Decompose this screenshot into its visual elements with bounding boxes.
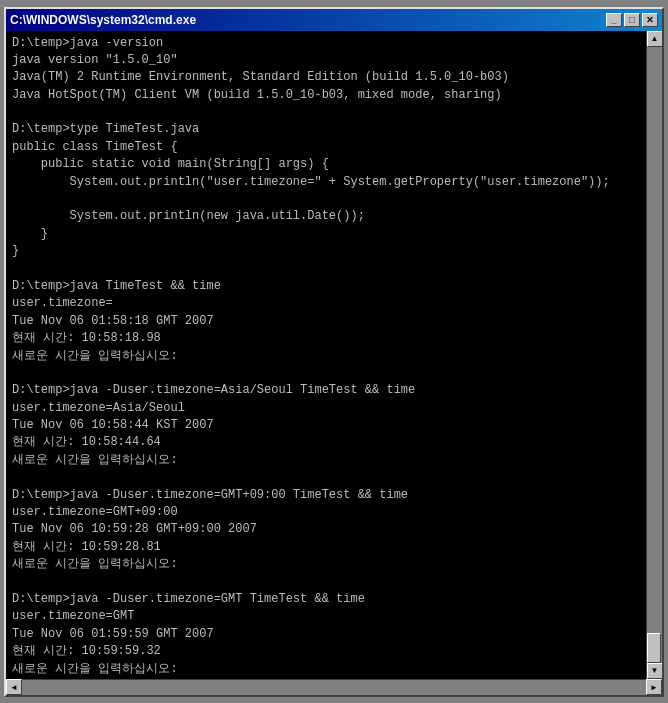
scroll-thumb-vertical[interactable]	[647, 633, 661, 663]
cmd-window: C:\WINDOWS\system32\cmd.exe _ □ ✕ D:\tem…	[4, 7, 664, 697]
scroll-right-button[interactable]: ►	[646, 679, 662, 695]
scroll-up-button[interactable]: ▲	[647, 31, 663, 47]
close-button[interactable]: ✕	[642, 13, 658, 27]
title-bar: C:\WINDOWS\system32\cmd.exe _ □ ✕	[6, 9, 662, 31]
window-title: C:\WINDOWS\system32\cmd.exe	[10, 13, 196, 27]
maximize-button[interactable]: □	[624, 13, 640, 27]
window-controls: _ □ ✕	[606, 13, 658, 27]
vertical-scrollbar[interactable]: ▲ ▼	[646, 31, 662, 679]
scroll-left-button[interactable]: ◄	[6, 679, 22, 695]
horizontal-scrollbar[interactable]: ◄ ►	[6, 679, 662, 695]
minimize-button[interactable]: _	[606, 13, 622, 27]
scroll-track-vertical[interactable]	[647, 47, 662, 663]
scroll-track-horizontal[interactable]	[22, 680, 646, 695]
console-area: D:\temp>java -version java version "1.5.…	[6, 31, 662, 679]
scroll-down-button[interactable]: ▼	[647, 663, 663, 679]
console-output: D:\temp>java -version java version "1.5.…	[12, 35, 640, 679]
console-content: D:\temp>java -version java version "1.5.…	[6, 31, 646, 679]
